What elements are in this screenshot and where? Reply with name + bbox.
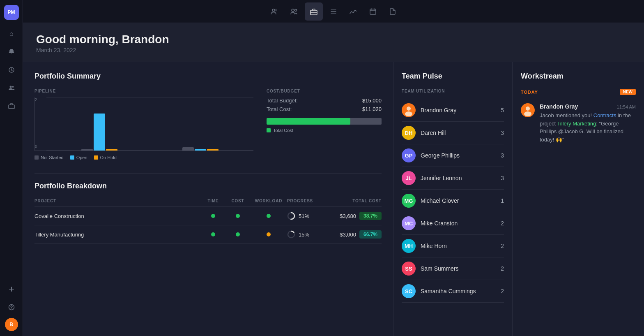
member-count-brandon: 5: [501, 107, 504, 114]
nav-person-add[interactable]: [265, 2, 283, 21]
svg-point-5: [272, 9, 275, 12]
breakdown-header: PROJECT TIME COST WORKLOAD PROGRESS TOTA…: [34, 199, 382, 207]
breakdown-table: PROJECT TIME COST WORKLOAD PROGRESS TOTA…: [34, 199, 382, 244]
workload-dot-2: [267, 232, 271, 236]
workstream-time: 11:54 AM: [617, 104, 636, 109]
alert-icon[interactable]: [4, 44, 19, 59]
chart-legend: Not Started Open On Hold: [34, 155, 253, 160]
team-member-george[interactable]: GP George Phillips 3: [402, 144, 504, 167]
workstream-meta: Brandon Gray 11:54 AM: [540, 103, 636, 110]
member-avatar-jennifer: JL: [402, 171, 416, 185]
svg-point-7: [295, 9, 297, 11]
y-label-2: 2: [35, 97, 37, 102]
team-member-samantha[interactable]: SC Samantha Cummings 2: [402, 280, 504, 303]
legend-label-not-started: Not Started: [41, 155, 64, 160]
team-member-mike-c[interactable]: MC Mike Cranston 2: [402, 212, 504, 235]
add-icon[interactable]: [4, 282, 19, 297]
home-icon[interactable]: ⌂: [4, 26, 19, 41]
team-pulse-title: Team Pulse: [402, 72, 504, 81]
bar-groups: [48, 114, 250, 151]
member-count-samantha: 2: [501, 288, 504, 294]
total-cost-cell-1: $3,680 38.7%: [340, 212, 382, 220]
total-cost-label: Total Cost:: [267, 106, 292, 112]
team-member-michael[interactable]: MG Michael Glover 1: [402, 190, 504, 212]
pipeline-chart-section: PIPELINE 2 0: [34, 89, 253, 160]
time-status-2: [201, 232, 225, 236]
budget-legend-dot: [267, 128, 271, 132]
y-label-0: 0: [35, 144, 37, 149]
member-name-michael: Michael Glover: [421, 197, 496, 204]
progress-ring-1: [287, 212, 295, 220]
total-budget-label: Total Budget:: [267, 97, 298, 104]
main-container: Good morning, Brandon March 23, 2022 Por…: [23, 0, 644, 336]
app-logo[interactable]: PM: [4, 5, 19, 20]
link-contracts[interactable]: Contracts: [593, 112, 616, 118]
svg-point-1: [9, 86, 12, 88]
pipeline-label: PIPELINE: [34, 89, 253, 93]
work-icon[interactable]: [4, 99, 19, 114]
bar-group-1: [50, 114, 149, 151]
member-name-sam: Sam Summers: [421, 265, 496, 272]
total-cost-badge-2: 66.7%: [359, 230, 382, 239]
col-time: TIME: [201, 199, 225, 203]
bar-open-1: [94, 114, 105, 151]
time-icon[interactable]: [4, 63, 19, 77]
nav-chart[interactable]: [344, 2, 362, 21]
portfolio-breakdown-title: Portfolio Breakdown: [34, 182, 382, 190]
progress-cell-1: 51%: [287, 212, 340, 220]
team-member-mike-h[interactable]: MH Mike Horn 2: [402, 235, 504, 257]
workload-status-1: [250, 214, 287, 218]
nav-list[interactable]: [324, 2, 343, 21]
panels: Portfolio Summary PIPELINE 2 0: [23, 62, 644, 336]
workstream-content: Brandon Gray 11:54 AM Jacob mentioned yo…: [540, 103, 636, 144]
nav-calendar[interactable]: [364, 2, 382, 21]
workload-status-2: [250, 232, 287, 236]
team-member-jennifer[interactable]: JL Jennifer Lennon 3: [402, 167, 504, 190]
workstream-today-header: TODAY NEW: [521, 89, 636, 95]
col-cost: COST: [225, 199, 250, 203]
bar-not-started-2: [182, 147, 194, 151]
team-member-brandon[interactable]: Brandon Gray 5: [402, 99, 504, 122]
project-name-2[interactable]: Tillery Manufacturing: [34, 232, 201, 238]
legend-dot-on-hold: [94, 155, 98, 160]
project-name-1[interactable]: Govalle Construction: [34, 213, 201, 219]
cost-status-2: [225, 232, 250, 236]
bar-on-hold-1: [106, 149, 117, 151]
member-avatar-mike-h: MH: [402, 239, 416, 253]
member-count-mike-h: 2: [501, 243, 504, 249]
nav-document[interactable]: [384, 2, 402, 21]
total-cost-row: Total Cost: $11,020: [267, 106, 382, 112]
users-icon[interactable]: [4, 81, 19, 95]
chart-y-labels: 2 0: [35, 97, 37, 151]
workstream-message: Jacob mentioned you! Contracts in the pr…: [540, 111, 636, 144]
svg-point-17: [524, 111, 531, 116]
time-dot-2: [211, 232, 215, 236]
legend-dot-not-started: [34, 155, 39, 160]
member-count-sam: 2: [501, 265, 504, 272]
nav-people[interactable]: [285, 2, 303, 21]
progress-pct-1: 51%: [299, 213, 309, 219]
workstream-avatar-brandon: [521, 103, 535, 117]
cost-section: COST/BUDGET Total Budget: $15,000 Total …: [267, 89, 382, 160]
member-avatar-daren: DH: [402, 126, 416, 140]
team-member-sam[interactable]: SS Sam Summers 2: [402, 257, 504, 280]
member-name-jennifer: Jennifer Lennon: [421, 175, 496, 181]
budget-bar-fill: [267, 118, 350, 125]
today-line: [543, 92, 615, 92]
help-icon[interactable]: [4, 300, 19, 315]
svg-point-16: [526, 107, 530, 111]
nav-briefcase[interactable]: [305, 2, 323, 21]
page-title: Good morning, Brandon: [36, 33, 631, 46]
user-avatar[interactable]: B: [5, 318, 18, 331]
svg-point-6: [292, 9, 294, 12]
member-avatar-sam: SS: [402, 262, 416, 276]
utilization-label: TEAM UTILIZATION: [402, 89, 504, 93]
member-avatar-george: GP: [402, 148, 416, 162]
today-label: TODAY: [521, 90, 538, 95]
member-count-michael: 1: [501, 197, 504, 204]
team-member-daren[interactable]: DH Daren Hill 3: [402, 122, 504, 144]
progress-ring-2: [287, 230, 295, 239]
legend-label-open: Open: [76, 155, 87, 160]
link-tillery-marketing[interactable]: Tillery Marketing: [557, 120, 596, 127]
workstream-panel: Workstream TODAY NEW Brandon Gray 11:54 …: [513, 62, 644, 336]
